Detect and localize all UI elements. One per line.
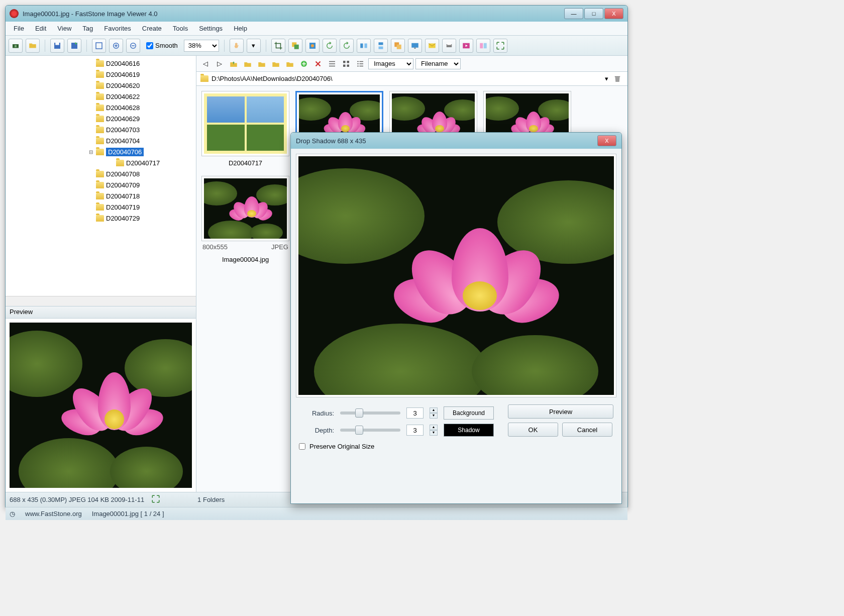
- thumbnail-card[interactable]: 800x555JPEGImage00004.jpg: [201, 176, 289, 266]
- dropdown-icon[interactable]: ▾: [247, 39, 261, 53]
- dialog-close-button[interactable]: X: [597, 135, 616, 146]
- menu-create[interactable]: Create: [137, 23, 167, 34]
- clone-icon[interactable]: [391, 39, 405, 53]
- filter-select[interactable]: Images: [368, 58, 413, 69]
- path-text[interactable]: D:\Photos\AA\NetDownloads\D20040706\: [212, 75, 602, 82]
- acquire-icon[interactable]: [9, 39, 23, 53]
- sort-select[interactable]: Filename: [415, 58, 461, 69]
- tree-item-D20040717[interactable]: D20040717: [8, 157, 194, 168]
- minimize-button[interactable]: —: [564, 8, 583, 19]
- nav-forward-icon[interactable]: ▷: [214, 58, 226, 70]
- radius-input[interactable]: [406, 407, 424, 419]
- tree-item-D20040703[interactable]: D20040703: [8, 124, 194, 135]
- tree-item-D20040622[interactable]: D20040622: [8, 91, 194, 102]
- background-color-button[interactable]: Background: [444, 406, 494, 420]
- nav-new-icon[interactable]: [298, 58, 310, 70]
- svg-rect-5: [96, 43, 102, 49]
- rotate-right-icon[interactable]: [340, 39, 354, 53]
- print-icon[interactable]: [442, 39, 456, 53]
- radius-down-icon[interactable]: ▼: [430, 413, 438, 419]
- zoom-select[interactable]: 38%: [184, 40, 219, 52]
- radius-slider[interactable]: [340, 412, 400, 415]
- menu-help[interactable]: Help: [229, 23, 252, 34]
- smooth-checkbox[interactable]: [146, 42, 153, 49]
- status-folders: 1 Folders: [197, 496, 225, 503]
- shadow-color-button[interactable]: Shadow: [444, 424, 494, 437]
- title-bar[interactable]: Image00001.jpg - FastStone Image Viewer …: [6, 6, 627, 22]
- tree-item-D20040719[interactable]: D20040719: [8, 201, 194, 213]
- folder-tree[interactable]: D20040616D20040619D20040620D20040622D200…: [6, 56, 196, 296]
- depth-slider[interactable]: [340, 429, 400, 432]
- tree-item-D20040619[interactable]: D20040619: [8, 69, 194, 80]
- tree-label: D20040704: [106, 137, 140, 145]
- nav-folder2-icon[interactable]: [270, 58, 282, 70]
- menu-tools[interactable]: Tools: [168, 23, 193, 34]
- maximize-button[interactable]: □: [584, 8, 603, 19]
- preserve-checkbox[interactable]: [299, 443, 305, 450]
- path-trash-icon[interactable]: [611, 73, 623, 85]
- hand-icon[interactable]: [230, 39, 244, 53]
- menu-file[interactable]: File: [9, 23, 29, 34]
- path-dropdown-icon[interactable]: ▾: [605, 75, 608, 82]
- thumbnail-frame[interactable]: [201, 91, 289, 156]
- resize-icon[interactable]: [288, 39, 302, 53]
- depth-down-icon[interactable]: ▼: [430, 430, 438, 436]
- slideshow-icon[interactable]: [459, 39, 473, 53]
- radius-up-icon[interactable]: ▲: [430, 407, 438, 413]
- tree-label: D20040709: [106, 181, 140, 189]
- preview-image-area[interactable]: [6, 319, 196, 492]
- zoom-in-icon[interactable]: [109, 39, 123, 53]
- status-site[interactable]: www.FastStone.org: [25, 510, 82, 518]
- open-icon[interactable]: [26, 39, 40, 53]
- email-icon[interactable]: [425, 39, 439, 53]
- thumbnail-frame[interactable]: [201, 176, 289, 241]
- menu-edit[interactable]: Edit: [30, 23, 51, 34]
- canvas-icon[interactable]: [305, 39, 320, 53]
- nav-folder1-icon[interactable]: [256, 58, 268, 70]
- zoom-out-icon[interactable]: [126, 39, 140, 53]
- flip-h-icon[interactable]: [357, 39, 371, 53]
- tree-item-D20040718[interactable]: D20040718: [8, 190, 194, 201]
- tree-item-D20040628[interactable]: D20040628: [8, 102, 194, 113]
- nav-delete-icon[interactable]: [312, 58, 324, 70]
- compare-icon[interactable]: [476, 39, 490, 53]
- flip-v-icon[interactable]: [374, 39, 388, 53]
- nav-up-icon[interactable]: [228, 58, 240, 70]
- fullscreen-icon[interactable]: [493, 39, 507, 53]
- tree-item-D20040704[interactable]: D20040704: [8, 135, 194, 146]
- status-fullscreen-icon[interactable]: [151, 494, 160, 505]
- menu-favorites[interactable]: Favorites: [99, 23, 136, 34]
- preview-button[interactable]: Preview: [508, 404, 613, 419]
- tree-item-D20040729[interactable]: D20040729: [8, 213, 194, 224]
- save-icon[interactable]: [50, 39, 64, 53]
- status-clock-icon[interactable]: ◷: [10, 510, 15, 518]
- view-thumbs-icon[interactable]: [340, 58, 352, 70]
- menu-view[interactable]: View: [52, 23, 76, 34]
- tree-item-D20040629[interactable]: D20040629: [8, 113, 194, 124]
- tree-item-D20040706[interactable]: ⊟D20040706: [8, 146, 194, 157]
- dialog-title-bar[interactable]: Drop Shadow 688 x 435 X: [291, 133, 621, 149]
- zoom-fit-icon[interactable]: [92, 39, 106, 53]
- save-as-icon[interactable]: [67, 39, 81, 53]
- menu-tag[interactable]: Tag: [77, 23, 98, 34]
- tree-item-D20040616[interactable]: D20040616: [8, 58, 194, 69]
- nav-folder3-icon[interactable]: [284, 58, 296, 70]
- crop-icon[interactable]: [271, 39, 285, 53]
- view-list-icon[interactable]: [326, 58, 338, 70]
- view-details-icon[interactable]: [354, 58, 366, 70]
- thumbnail-card[interactable]: D20040717: [201, 91, 289, 170]
- menu-settings[interactable]: Settings: [194, 23, 228, 34]
- close-button[interactable]: X: [604, 8, 623, 19]
- tree-item-D20040709[interactable]: D20040709: [8, 179, 194, 190]
- tree-scrollbar[interactable]: [6, 296, 196, 306]
- tree-item-D20040620[interactable]: D20040620: [8, 80, 194, 91]
- ok-button[interactable]: OK: [508, 423, 558, 437]
- cancel-button[interactable]: Cancel: [562, 423, 612, 437]
- tree-item-D20040708[interactable]: D20040708: [8, 168, 194, 179]
- wallpaper-icon[interactable]: [408, 39, 422, 53]
- depth-up-icon[interactable]: ▲: [430, 425, 438, 430]
- rotate-left-icon[interactable]: [323, 39, 337, 53]
- nav-back-icon[interactable]: ◁: [199, 58, 212, 70]
- depth-input[interactable]: [406, 425, 424, 436]
- nav-refresh-icon[interactable]: [242, 58, 254, 70]
